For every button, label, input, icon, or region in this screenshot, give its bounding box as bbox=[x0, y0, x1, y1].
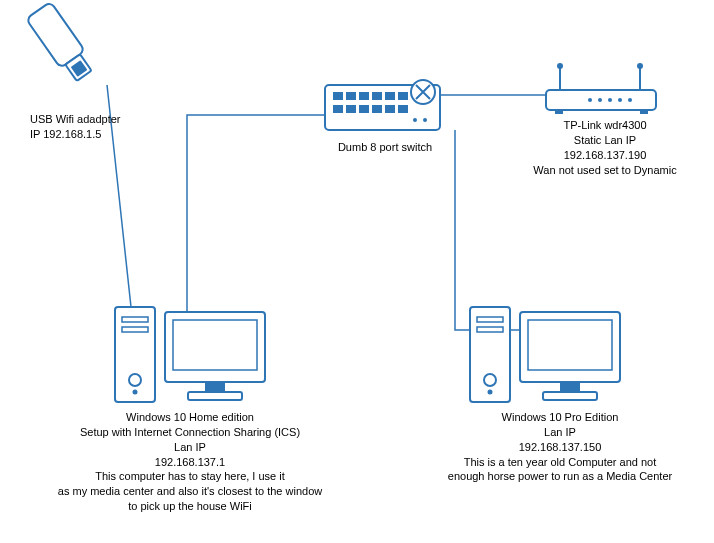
svg-point-26 bbox=[608, 98, 612, 102]
switch-icon bbox=[325, 80, 440, 130]
svg-rect-8 bbox=[385, 92, 395, 100]
svg-point-27 bbox=[618, 98, 622, 102]
svg-rect-6 bbox=[359, 92, 369, 100]
svg-rect-12 bbox=[359, 105, 369, 113]
svg-rect-32 bbox=[122, 317, 148, 322]
svg-rect-45 bbox=[520, 312, 620, 382]
svg-rect-42 bbox=[477, 327, 503, 332]
svg-rect-3 bbox=[325, 85, 440, 130]
switch-label: Dumb 8 port switch bbox=[305, 140, 465, 155]
svg-rect-31 bbox=[115, 307, 155, 402]
svg-point-24 bbox=[588, 98, 592, 102]
svg-point-18 bbox=[423, 118, 427, 122]
svg-rect-9 bbox=[398, 92, 408, 100]
svg-rect-48 bbox=[543, 392, 597, 400]
svg-rect-46 bbox=[528, 320, 612, 370]
svg-rect-47 bbox=[560, 382, 580, 392]
pc-left-icon bbox=[115, 307, 265, 402]
pc-right-label: Windows 10 Pro Edition Lan IP 192.168.13… bbox=[425, 410, 695, 484]
svg-point-25 bbox=[598, 98, 602, 102]
svg-point-22 bbox=[637, 63, 643, 69]
svg-rect-4 bbox=[333, 92, 343, 100]
usb-wifi-adapter-icon bbox=[26, 2, 96, 85]
svg-rect-39 bbox=[188, 392, 242, 400]
svg-point-16 bbox=[411, 80, 435, 104]
svg-rect-11 bbox=[346, 105, 356, 113]
pc-left-label: Windows 10 Home edition Setup with Inter… bbox=[40, 410, 340, 514]
svg-point-28 bbox=[628, 98, 632, 102]
svg-point-43 bbox=[484, 374, 496, 386]
svg-point-35 bbox=[133, 390, 138, 395]
svg-rect-33 bbox=[122, 327, 148, 332]
svg-rect-2 bbox=[71, 60, 88, 77]
svg-rect-41 bbox=[477, 317, 503, 322]
router-icon bbox=[546, 63, 656, 114]
svg-rect-14 bbox=[385, 105, 395, 113]
svg-point-44 bbox=[488, 390, 493, 395]
svg-rect-30 bbox=[640, 110, 648, 114]
svg-point-17 bbox=[413, 118, 417, 122]
svg-rect-40 bbox=[470, 307, 510, 402]
svg-rect-1 bbox=[65, 54, 91, 81]
svg-point-20 bbox=[557, 63, 563, 69]
svg-rect-5 bbox=[346, 92, 356, 100]
usb-wifi-label: USB Wifi adadpter IP 192.168.1.5 bbox=[30, 112, 180, 142]
svg-rect-15 bbox=[398, 105, 408, 113]
svg-rect-37 bbox=[173, 320, 257, 370]
router-label: TP-Link wdr4300 Static Lan IP 192.168.13… bbox=[505, 118, 705, 177]
svg-rect-23 bbox=[546, 90, 656, 110]
svg-rect-36 bbox=[165, 312, 265, 382]
svg-rect-7 bbox=[372, 92, 382, 100]
svg-rect-38 bbox=[205, 382, 225, 392]
svg-rect-0 bbox=[26, 2, 85, 68]
svg-point-34 bbox=[129, 374, 141, 386]
svg-rect-29 bbox=[555, 110, 563, 114]
pc-right-icon bbox=[470, 307, 620, 402]
svg-rect-13 bbox=[372, 105, 382, 113]
svg-rect-10 bbox=[333, 105, 343, 113]
